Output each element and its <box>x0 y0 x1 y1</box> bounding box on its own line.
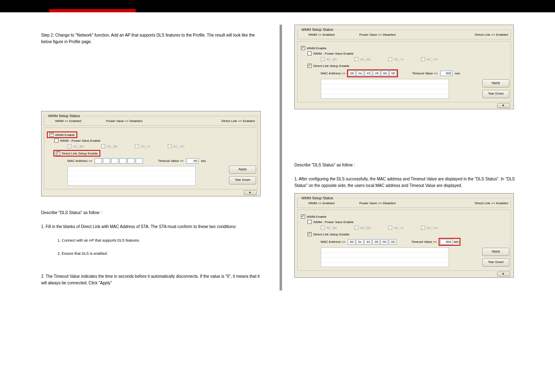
ac-vi-label: AC_VI <box>394 226 403 230</box>
left-d2: 2. The Timeout Value indicates the time … <box>41 273 263 286</box>
wmm-enable-label: WMM Enable <box>55 133 75 137</box>
ac-be-checkbox <box>354 226 358 230</box>
wmm-enable-checkbox[interactable] <box>49 133 53 137</box>
collapse-icon[interactable] <box>244 190 257 195</box>
ac-vi-checkbox <box>388 226 392 230</box>
status-fieldset: WMM Setup Status WMM >> Enabled Power Sa… <box>44 114 258 126</box>
mac-5[interactable] <box>136 158 143 164</box>
mac-label: MAC Address >> <box>321 240 345 244</box>
ac-be-label: AC_BE <box>360 58 371 61</box>
mac-label: MAC Address >> <box>67 159 92 163</box>
status-ps: Power Save >> Disabled <box>359 33 395 37</box>
ac-bk-label: AC_BK <box>326 58 337 61</box>
timeout-input[interactable] <box>440 239 453 244</box>
ac-be-label: AC_BE <box>107 145 118 148</box>
mac-3[interactable] <box>119 158 127 164</box>
mac-5[interactable] <box>389 71 397 76</box>
status-legend: WMM Setup Status <box>300 28 335 32</box>
ac-vi-label: AC_VI <box>394 58 403 61</box>
right-t1: 1. After configuring the DLS successfull… <box>294 176 516 189</box>
collapse-icon[interactable] <box>497 272 510 277</box>
timeout-input[interactable] <box>186 158 199 164</box>
left-column: Step 2: Change to "Network" function. Ad… <box>41 25 271 291</box>
status-legend: WMM Setup Status <box>300 196 335 200</box>
dls-list[interactable] <box>321 247 449 267</box>
sec-label: sec <box>201 159 206 163</box>
mac-2[interactable] <box>365 71 372 76</box>
wmm-enable-checkbox[interactable] <box>301 214 305 219</box>
dls-list[interactable] <box>67 166 196 186</box>
teardown-button[interactable]: Tear Down <box>482 258 509 267</box>
ac-bk-checkbox <box>321 57 325 61</box>
status-wmm: WMM >> Enabled <box>308 201 335 205</box>
mac-1[interactable] <box>103 158 110 164</box>
ac-vo-checkbox <box>168 144 172 148</box>
mac-3[interactable] <box>372 239 380 244</box>
wmm-enable-label: WMM Enable <box>307 215 326 219</box>
timeout-input[interactable] <box>440 71 453 76</box>
mac-4[interactable] <box>381 239 388 244</box>
ps-enable-checkbox[interactable] <box>308 51 312 55</box>
apply-button[interactable]: Apply <box>482 79 509 88</box>
ac-vi-checkbox <box>388 57 392 61</box>
ac-vo-label: AC_VO <box>427 58 438 61</box>
teardown-button[interactable]: Tear Down <box>482 90 509 98</box>
ps-enable-label: WMM - Power Save Enable <box>313 220 354 224</box>
dls-enable-label: Direct Link Setup Enable <box>62 152 98 155</box>
right-column: WMM Setup Status WMM >> Enabled Power Sa… <box>280 25 525 291</box>
dls-enable-checkbox[interactable] <box>308 232 312 236</box>
status-ps: Power Save >> Disabled <box>359 201 395 205</box>
timeout-label: Timeout Value >> <box>411 240 437 244</box>
apply-button[interactable]: Apply <box>482 248 509 256</box>
status-wmm: WMM >> Enabled <box>308 33 335 37</box>
sec-label: sec <box>454 240 459 244</box>
timeout-label: Timeout Value >> <box>412 71 437 75</box>
mac-0[interactable] <box>348 71 356 76</box>
mac-1[interactable] <box>356 71 364 76</box>
ps-enable-checkbox[interactable] <box>308 220 312 224</box>
mac-5[interactable] <box>389 239 396 244</box>
ps-enable-checkbox[interactable] <box>54 138 58 143</box>
status-fieldset: WMM Setup Status WMM >> Enabled Power Sa… <box>297 28 511 39</box>
header-accent <box>49 9 136 12</box>
ac-bk-checkbox <box>321 226 325 230</box>
ac-be-checkbox <box>101 144 105 148</box>
left-d1b: 2. Ensure that DLS is enabled. <box>58 251 263 256</box>
ac-be-checkbox <box>354 57 358 61</box>
teardown-button[interactable]: Tear Down <box>229 176 256 184</box>
ac-vi-checkbox <box>135 144 139 148</box>
ac-vo-checkbox <box>421 226 425 230</box>
status-legend: WMM Setup Status <box>47 114 81 118</box>
describe-heading-right: Describe "DLS Status" as follow : <box>294 162 516 168</box>
status-fieldset: WMM Setup Status WMM >> Enabled Power Sa… <box>297 196 511 208</box>
wmm-panel-right-a: WMM Setup Status WMM >> Enabled Power Sa… <box>294 25 514 109</box>
mac-0[interactable] <box>348 239 355 244</box>
ac-bk-checkbox <box>67 144 72 148</box>
collapse-icon[interactable] <box>497 103 510 108</box>
ac-bk-label: AC_BK <box>73 145 84 148</box>
dls-list[interactable] <box>321 79 449 99</box>
ac-vi-label: AC_VI <box>141 145 150 148</box>
ac-bk-label: AC_BK <box>326 226 337 230</box>
left-d1: 1. Fill in the blanks of Direct Link wit… <box>41 224 263 230</box>
dls-enable-checkbox[interactable] <box>56 151 60 155</box>
step2-text: Step 2: Change to "Network" function. Ad… <box>41 32 263 45</box>
status-dl: Direct Link >> Enabled <box>475 33 508 37</box>
mac-2[interactable] <box>364 239 372 244</box>
left-d1a: 1. Connect with an AP that supports DLS … <box>58 238 263 243</box>
mac-4[interactable] <box>381 71 388 76</box>
mac-0[interactable] <box>95 158 102 164</box>
ac-vo-label: AC_VO <box>427 226 438 230</box>
dls-enable-label: Direct Link Setup Enable <box>313 233 349 236</box>
wmm-enable-checkbox[interactable] <box>301 46 305 50</box>
mac-4[interactable] <box>127 158 135 164</box>
mac-2[interactable] <box>111 158 118 164</box>
mac-3[interactable] <box>373 71 380 76</box>
sec-label: sec <box>455 71 460 75</box>
dls-enable-checkbox[interactable] <box>308 64 312 68</box>
ps-enable-label: WMM - Power Save Enable <box>313 52 354 55</box>
mac-1[interactable] <box>356 239 363 244</box>
apply-button[interactable]: Apply <box>229 166 256 174</box>
ps-enable-label: WMM - Power Save Enable <box>60 139 100 143</box>
ac-be-label: AC_BE <box>360 226 371 230</box>
